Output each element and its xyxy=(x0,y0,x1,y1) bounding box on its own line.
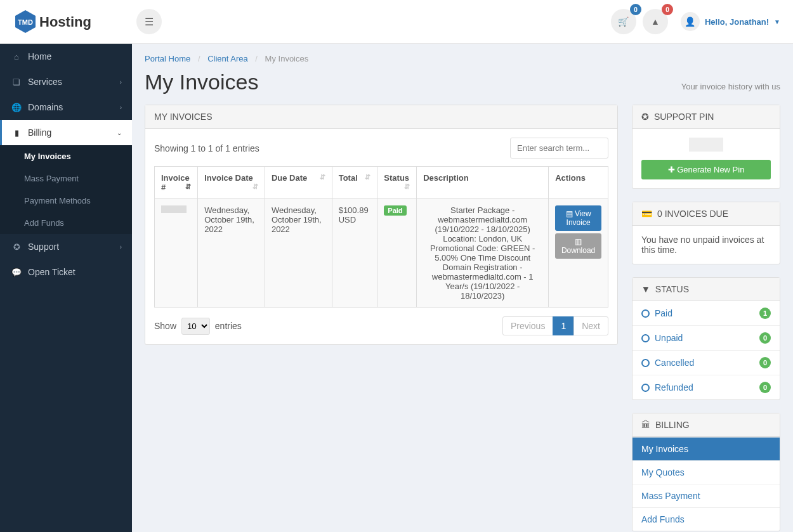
pagination-next[interactable]: Next xyxy=(573,316,608,335)
pagination-prev[interactable]: Previous xyxy=(502,316,553,335)
globe-icon: 🌐 xyxy=(10,103,23,112)
sidebar-item-services[interactable]: ❏ Services › xyxy=(0,69,132,94)
count-badge: 0 xyxy=(759,332,771,344)
chevron-right-icon: › xyxy=(120,104,122,111)
breadcrumb-portal-home[interactable]: Portal Home xyxy=(145,54,190,63)
entries-select[interactable]: 10 xyxy=(181,318,210,335)
warning-icon: ▲ xyxy=(651,16,660,27)
chevron-right-icon: › xyxy=(120,243,122,250)
status-badge: Paid xyxy=(384,205,406,216)
redacted-value xyxy=(161,205,187,213)
status-filter-unpaid[interactable]: Unpaid0 xyxy=(632,325,780,350)
invoices-due-panel: 💳0 INVOICES DUE You have no unpaid invoi… xyxy=(632,202,780,264)
col-actions: Actions xyxy=(549,167,608,199)
circle-icon xyxy=(641,384,650,392)
sidebar-item-domains[interactable]: 🌐 Domains › xyxy=(0,94,132,120)
user-greeting: Hello, Jonathan! xyxy=(705,17,769,27)
user-menu[interactable]: 👤 Hello, Jonathan! ▼ xyxy=(681,12,780,31)
download-icon: ▥ xyxy=(575,237,582,246)
cart-icon: 🛒 xyxy=(618,16,629,27)
billing-menu-add-funds[interactable]: Add Funds xyxy=(632,507,780,531)
generate-pin-button[interactable]: ✚ Generate New Pin xyxy=(641,160,771,179)
chevron-down-icon: ⌄ xyxy=(117,129,122,136)
status-filter-paid[interactable]: Paid1 xyxy=(632,301,780,325)
cart-button[interactable]: 🛒 0 xyxy=(611,9,636,34)
svg-text:Hosting: Hosting xyxy=(39,14,91,30)
filter-icon: ▼ xyxy=(641,284,650,294)
svg-text:TMD: TMD xyxy=(18,18,33,26)
table-row: Wednesday, October 19th, 2022 Wednesday,… xyxy=(155,199,608,308)
billing-menu-panel: 🏛BILLING My Invoices My Quotes Mass Paym… xyxy=(632,413,780,531)
invoices-table: Invoice #⇵ Invoice Date⇵ Due Date⇵ Total… xyxy=(154,166,608,308)
status-filter-panel: ▼STATUS Paid1 Unpaid0 Cancelled0 Refunde… xyxy=(632,277,780,400)
col-invoice-date[interactable]: Invoice Date⇵ xyxy=(198,167,265,199)
notifications-button[interactable]: ▲ 0 xyxy=(643,9,668,34)
count-badge: 1 xyxy=(759,308,771,319)
breadcrumb-current: My Invoices xyxy=(265,54,309,63)
file-icon: ▤ xyxy=(566,209,573,218)
plus-icon: ✚ xyxy=(668,165,675,174)
support-pin-panel: ✪SUPPORT PIN ✚ Generate New Pin xyxy=(632,105,780,189)
cell-invoice-date: Wednesday, October 19th, 2022 xyxy=(198,199,265,308)
sort-icon: ⇵ xyxy=(320,173,325,181)
notif-badge: 0 xyxy=(662,4,673,15)
sidebar-sub-add-funds[interactable]: Add Funds xyxy=(0,212,132,234)
entries-per-page: Show 10 entries xyxy=(154,318,242,335)
due-text: You have no unpaid invoices at this time… xyxy=(641,235,764,255)
billing-menu-my-invoices[interactable]: My Invoices xyxy=(632,437,780,460)
search-input[interactable] xyxy=(510,138,608,159)
sidebar-item-home[interactable]: ⌂ Home xyxy=(0,44,132,69)
lifebuoy-icon: ✪ xyxy=(10,242,23,252)
sidebar-sub-mass-payment[interactable]: Mass Payment xyxy=(0,167,132,190)
invoices-panel: MY INVOICES Showing 1 to 1 of 1 entries … xyxy=(145,105,618,345)
view-invoice-button[interactable]: ▤ View Invoice xyxy=(555,205,601,231)
sidebar-item-label: Services xyxy=(28,77,62,87)
pin-value-redacted xyxy=(689,138,723,152)
breadcrumb-client-area[interactable]: Client Area xyxy=(207,54,248,63)
col-total[interactable]: Total⇵ xyxy=(332,167,377,199)
invoices-panel-header: MY INVOICES xyxy=(145,105,617,129)
billing-menu-mass-payment[interactable]: Mass Payment xyxy=(632,484,780,507)
cell-status: Paid xyxy=(377,199,417,308)
cell-description: Starter Package - webmastermedialtd.com … xyxy=(417,199,549,308)
sort-desc-icon: ⇵ xyxy=(185,183,191,191)
col-invoice-num[interactable]: Invoice #⇵ xyxy=(155,167,198,199)
status-filter-refunded[interactable]: Refunded0 xyxy=(632,375,780,399)
badge-icon: ✪ xyxy=(641,112,649,122)
menu-toggle-button[interactable]: ☰ xyxy=(136,9,162,34)
download-button[interactable]: ▥ Download xyxy=(555,233,601,259)
sidebar-item-support[interactable]: ✪ Support › xyxy=(0,234,132,259)
main-content: Portal Home / Client Area / My Invoices … xyxy=(132,44,793,532)
billing-menu-my-quotes[interactable]: My Quotes xyxy=(632,460,780,484)
status-filter-cancelled[interactable]: Cancelled0 xyxy=(632,350,780,375)
sidebar-sub-payment-methods[interactable]: Payment Methods xyxy=(0,190,132,212)
home-icon: ⌂ xyxy=(10,52,23,62)
sort-icon: ⇵ xyxy=(252,183,258,191)
col-due-date[interactable]: Due Date⇵ xyxy=(265,167,332,199)
logo[interactable]: TMD Hosting xyxy=(13,9,111,34)
sidebar-sub-my-invoices[interactable]: My Invoices xyxy=(0,145,132,167)
col-status[interactable]: Status⇵ xyxy=(377,167,417,199)
sidebar-item-billing[interactable]: ▮ Billing ⌄ xyxy=(0,120,132,145)
cell-total: $100.89 USD xyxy=(332,199,377,308)
showing-entries-text: Showing 1 to 1 of 1 entries xyxy=(154,143,259,153)
file-icon: ▮ xyxy=(10,128,23,138)
circle-icon xyxy=(641,359,650,367)
count-badge: 0 xyxy=(759,357,771,368)
cell-due-date: Wednesday, October 19th, 2022 xyxy=(265,199,332,308)
sidebar-item-label: Domains xyxy=(28,102,63,112)
pagination: Previous 1 Next xyxy=(503,316,608,335)
sidebar-item-open-ticket[interactable]: 💬 Open Ticket xyxy=(0,259,132,285)
circle-icon xyxy=(641,309,650,318)
sidebar-item-label: Home xyxy=(28,51,51,62)
cell-actions: ▤ View Invoice ▥ Download xyxy=(549,199,608,308)
page-title: My Invoices xyxy=(145,70,259,94)
page-subtitle: Your invoice history with us xyxy=(681,82,780,91)
pagination-page-1[interactable]: 1 xyxy=(553,316,574,335)
user-icon: 👤 xyxy=(681,12,700,31)
chevron-right-icon: › xyxy=(120,79,122,86)
topbar: TMD Hosting ☰ 🛒 0 ▲ 0 👤 Hello, Jonathan!… xyxy=(0,0,793,44)
sidebar-item-label: Support xyxy=(28,242,59,252)
sidebar: ⌂ Home ❏ Services › 🌐 Domains › ▮ Billin… xyxy=(0,44,132,532)
breadcrumb: Portal Home / Client Area / My Invoices xyxy=(145,54,780,63)
